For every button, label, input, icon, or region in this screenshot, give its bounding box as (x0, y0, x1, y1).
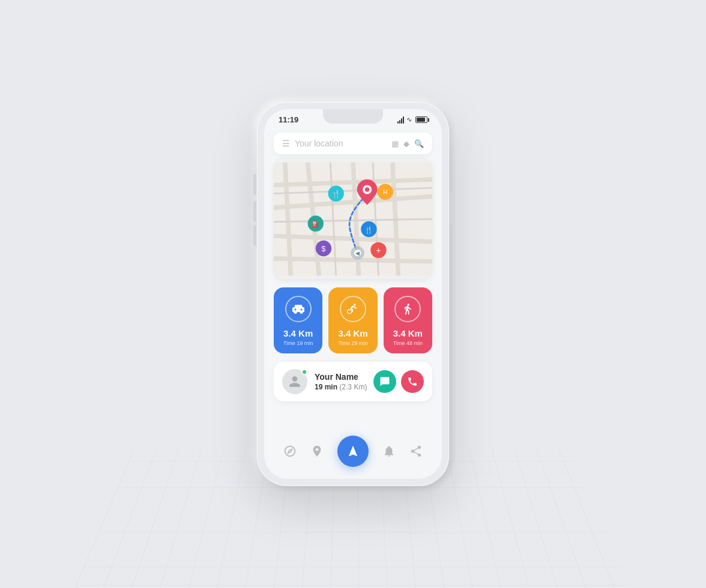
avatar-wrap (282, 369, 307, 394)
svg-text:$: $ (322, 245, 326, 253)
contact-name: Your Name (315, 372, 373, 382)
search-action-icons: ▦ ◆ 🔍 (391, 139, 424, 148)
svg-point-27 (365, 187, 370, 192)
car-icon-circle (285, 296, 312, 322)
contact-card: Your Name 19 min (2.3 Km) (274, 362, 432, 401)
walk-icon-circle (394, 296, 421, 322)
bike-transport-card[interactable]: 3.4 Km Time 29 min (328, 287, 377, 353)
wifi-icon: ∿ (406, 116, 412, 124)
search-placeholder: Your location (295, 139, 391, 148)
call-button[interactable] (401, 370, 424, 393)
screen: 11:19 ∿ ☰ Your location ▦ ◆ 🔍 (264, 109, 442, 479)
walk-distance: 3.4 Km (393, 328, 423, 339)
status-icons: ∿ (397, 116, 427, 124)
online-indicator (301, 369, 307, 375)
battery-icon (415, 116, 427, 123)
notch (323, 109, 383, 124)
walk-transport-card[interactable]: 3.4 Km Time 48 min (384, 287, 432, 353)
svg-text:H: H (383, 189, 387, 196)
bike-time: Time 29 min (338, 340, 367, 346)
svg-text:🍴: 🍴 (331, 189, 341, 199)
svg-line-6 (274, 259, 432, 262)
walk-time: Time 48 min (393, 340, 423, 346)
svg-text:⛽: ⛽ (312, 220, 319, 228)
bottom-nav (264, 427, 442, 479)
signal-icon (397, 116, 404, 124)
car-time: Time 19 min (283, 340, 313, 346)
contact-actions (373, 370, 424, 393)
contact-eta: 19 min (2.3 Km) (315, 383, 373, 391)
nav-share[interactable] (409, 445, 423, 458)
nav-location[interactable] (310, 445, 324, 458)
status-time: 11:19 (279, 115, 298, 124)
contact-info: Your Name 19 min (2.3 Km) (315, 372, 373, 391)
map-svg: 🍴 H ⛽ 🍴 $ + (274, 159, 432, 279)
transport-cards: 3.4 Km Time 19 min 3.4 Km Time 29 min (274, 287, 432, 353)
svg-text:🍴: 🍴 (364, 226, 373, 234)
mic-icon[interactable]: ◆ (403, 139, 409, 148)
search-icon[interactable]: 🔍 (414, 139, 424, 148)
menu-icon: ☰ (282, 139, 290, 148)
phone-body: 11:19 ∿ ☰ Your location ▦ ◆ 🔍 (257, 102, 449, 486)
nav-compass[interactable] (283, 445, 297, 458)
chat-button[interactable] (373, 370, 396, 393)
car-transport-card[interactable]: 3.4 Km Time 19 min (274, 287, 322, 353)
map-area[interactable]: 🍴 H ⛽ 🍴 $ + (274, 159, 432, 279)
bike-icon-circle (340, 296, 366, 322)
search-bar[interactable]: ☰ Your location ▦ ◆ 🔍 (274, 133, 432, 154)
bike-distance: 3.4 Km (338, 328, 367, 339)
nav-navigate-center[interactable] (337, 436, 369, 467)
nav-bell[interactable] (382, 445, 396, 458)
svg-text:+: + (376, 245, 381, 255)
svg-text:◀: ◀ (355, 250, 360, 256)
car-distance: 3.4 Km (283, 328, 313, 339)
camera-icon[interactable]: ▦ (391, 139, 399, 148)
phone-mockup: 11:19 ∿ ☰ Your location ▦ ◆ 🔍 (257, 102, 449, 486)
